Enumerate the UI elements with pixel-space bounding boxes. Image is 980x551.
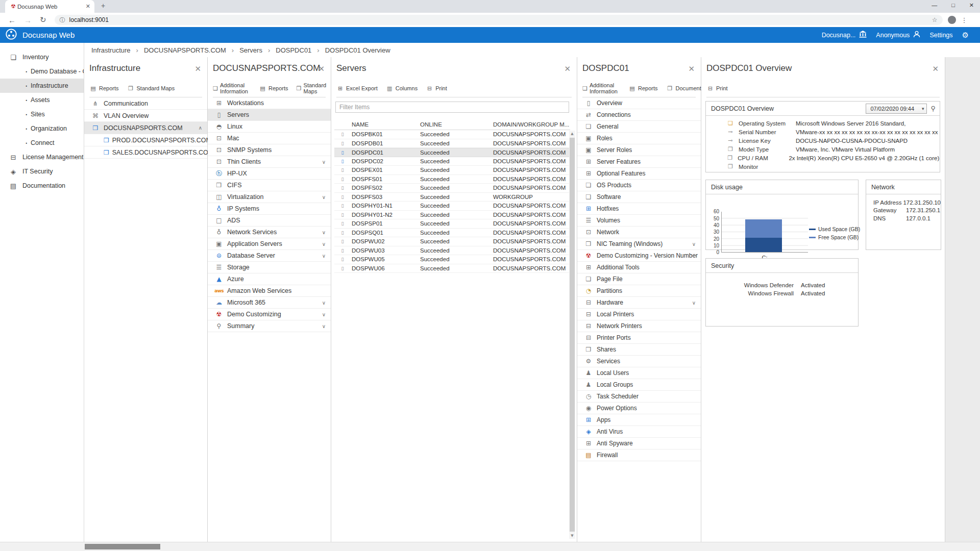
chevron-down-icon[interactable]: ∨ — [322, 312, 326, 317]
list-item-overview[interactable]: ▯ Overview — [577, 97, 701, 109]
print-button[interactable]: ⊟ Print — [706, 85, 728, 92]
breadcrumb-item[interactable]: Servers — [226, 46, 262, 54]
list-item-demo-customizing-version-number[interactable]: ☢ Demo Customizing - Version Number — [577, 250, 701, 262]
scrollbar-thumb[interactable] — [570, 138, 575, 532]
chevron-down-icon[interactable]: ∨ — [692, 300, 696, 306]
list-item-virtualization[interactable]: ◫ Virtualization ∨ — [208, 191, 331, 203]
browser-profile-avatar[interactable] — [948, 16, 956, 24]
additional-information-button[interactable]: ❏ Additional Information — [582, 82, 620, 94]
breadcrumb-item[interactable]: DOSPDC01 Overview — [311, 46, 390, 54]
list-item-snmp-systems[interactable]: ⊡ SNMP Systems — [208, 144, 331, 156]
list-item-printer-ports[interactable]: ⊟ Printer Ports — [577, 332, 701, 344]
list-item-linux[interactable]: ◓ Linux — [208, 121, 331, 133]
sidebar-item-infrastructure[interactable]: Infrastructure — [0, 79, 84, 93]
list-item-general[interactable]: ❏ General — [577, 121, 701, 133]
table-column-header[interactable]: DOMAIN/WORKGROUP M... — [489, 121, 570, 128]
reports-button[interactable]: ▤ Reports — [89, 85, 119, 92]
table-row[interactable]: ▯ DOSPSQ01 Succeeded DOCUSNAPSPORTS.COM — [334, 229, 570, 238]
tree-item-communication[interactable]: ⋔ Communication — [84, 97, 207, 110]
list-item-page-file[interactable]: ❏ Page File — [577, 273, 701, 285]
list-item-network-printers[interactable]: ⊟ Network Printers — [577, 320, 701, 332]
scroll-up-icon[interactable]: ▲ — [569, 132, 575, 136]
list-item-workstations[interactable]: ⊞ Workstations — [208, 97, 331, 109]
list-item-apps[interactable]: ⊞ Apps — [577, 414, 701, 426]
list-item-application-servers[interactable]: ▣ Application Servers ∨ — [208, 238, 331, 250]
sidebar-item-documentation[interactable]: ▤ Documentation — [0, 179, 84, 193]
chevron-down-icon[interactable]: ∨ — [322, 300, 326, 306]
chevron-down-icon[interactable]: ∨ — [322, 194, 326, 200]
chevron-down-icon[interactable]: ∨ — [322, 323, 326, 329]
sidebar-item-demo-database-changelog[interactable]: Demo Database - Changelog — [0, 64, 84, 79]
list-item-roles[interactable]: ▣ Roles — [577, 133, 701, 144]
close-icon[interactable]: ✕ — [194, 64, 201, 73]
list-item-ip-systems[interactable]: ♁ IP Systems — [208, 203, 331, 215]
new-tab-button[interactable]: + — [101, 2, 105, 10]
scroll-down-icon[interactable]: ▼ — [569, 534, 575, 538]
sidebar-item-it-security[interactable]: ◈ IT Security — [0, 164, 84, 179]
list-item-network[interactable]: ⊡ Network — [577, 227, 701, 238]
table-row[interactable]: ▯ DOSPHY01-N2 Succeeded DOCUSNAPSPORTS.C… — [334, 211, 570, 220]
list-item-optional-features[interactable]: ⊞ Optional Features — [577, 168, 701, 180]
additional-information-button[interactable]: ❏ Additional Information — [213, 82, 251, 94]
sidebar-item-sites[interactable]: Sites — [0, 107, 84, 121]
table-column-header[interactable]: NAME — [348, 121, 416, 128]
table-row[interactable]: ▯ DOSPSP01 Succeeded DOCUSNAPSPORTS.COM — [334, 219, 570, 229]
table-row[interactable]: ▯ DOSPDC02 Succeeded DOCUSNAPSPORTS.COM — [334, 157, 570, 166]
sidebar-item-organization[interactable]: Organization — [0, 121, 84, 136]
list-item-additional-tools[interactable]: ⊞ Additional Tools — [577, 262, 701, 273]
list-item-local-printers[interactable]: ⊟ Local Printers — [577, 309, 701, 320]
settings-menu[interactable]: Settings — [929, 32, 952, 39]
close-icon[interactable]: ✕ — [932, 64, 939, 73]
list-item-database-server[interactable]: ⊜ Database Server ∨ — [208, 250, 331, 262]
excel-export-button[interactable]: ⊞ Excel Export — [336, 85, 378, 92]
chevron-down-icon[interactable]: ∨ — [322, 159, 326, 165]
table-row[interactable]: ▯ DOSPDC01 Succeeded DOCUSNAPSPORTS.COM — [334, 148, 570, 157]
url-bar[interactable]: ⓘ localhost:9001 ☆ — [55, 15, 943, 25]
breadcrumb-item[interactable]: DOSPDC01 — [262, 46, 311, 54]
columns-button[interactable]: ▥ Columns — [386, 85, 418, 92]
user-menu[interactable]: Anonymous — [876, 31, 920, 39]
tree-item-vlan-overview[interactable]: ⌘ VLAN Overview — [84, 110, 207, 122]
list-item-demo-customizing[interactable]: ☢ Demo Customizing ∨ — [208, 309, 331, 320]
gear-icon[interactable]: ⚙ — [962, 31, 969, 40]
list-item-firewall[interactable]: ▤ Firewall — [577, 449, 701, 461]
close-icon[interactable]: ✕ — [318, 64, 325, 73]
list-item-services[interactable]: ⚙ Services — [577, 356, 701, 367]
list-item-network-services[interactable]: ♁ Network Services ∨ — [208, 227, 331, 238]
list-item-anti-spyware[interactable]: ⊞ Anti Spyware — [577, 438, 701, 449]
list-item-power-options[interactable]: ◉ Power Options — [577, 403, 701, 414]
chevron-down-icon[interactable]: ∨ — [322, 241, 326, 247]
list-item-local-users[interactable]: ♟ Local Users — [577, 367, 701, 379]
reports-button[interactable]: ▤ Reports — [259, 85, 288, 92]
list-item-ads[interactable]: □ ADS — [208, 215, 331, 227]
chevron-down-icon[interactable]: ∨ — [322, 253, 326, 259]
window-close-button[interactable]: ✕ — [969, 2, 974, 9]
table-row[interactable]: ▯ DOSPDB01 Succeeded DOCUSNAPSPORTS.COM — [334, 139, 570, 148]
list-item-storage[interactable]: ☰ Storage — [208, 262, 331, 273]
tab-close-icon[interactable]: ✕ — [86, 3, 90, 10]
list-item-servers[interactable]: ▯ Servers — [208, 109, 331, 121]
chevron-down-icon[interactable]: ∨ — [322, 230, 326, 235]
forward-icon[interactable]: → — [24, 16, 32, 24]
tree-item-prod-docusnapsports[interactable]: ❒ PROD.DOCUSNAPSPORTS.COM — [84, 134, 207, 146]
table-row[interactable]: ▯ DOSPFS03 Succeeded WORKGROUP — [334, 193, 570, 202]
breadcrumb-item[interactable]: Infrastructure — [91, 46, 131, 54]
standard-maps-button[interactable]: ❐ Standard Maps — [297, 82, 329, 94]
table-row[interactable]: ▯ DOSPBK01 Succeeded DOCUSNAPSPORTS.COM — [334, 130, 570, 139]
list-item-anti-virus[interactable]: ◈ Anti Virus — [577, 426, 701, 438]
report-preview-icon[interactable]: ⚲ — [930, 105, 936, 112]
table-row[interactable]: ▯ DOSPHY01-N1 Succeeded DOCUSNAPSPORTS.C… — [334, 202, 570, 211]
browser-tab[interactable]: ☢ Docusnap Web ✕ — [5, 0, 94, 13]
table-row[interactable]: ▯ DOSPWU06 Succeeded DOCUSNAPSPORTS.COM — [334, 264, 570, 273]
table-column-header[interactable]: ONLINE — [416, 121, 489, 128]
table-row[interactable]: ▯ DOSPWU03 Succeeded DOCUSNAPSPORTS.COM — [334, 246, 570, 256]
sidebar-item-connect[interactable]: Connect — [0, 136, 84, 150]
close-icon[interactable]: ✕ — [564, 64, 571, 73]
list-item-os-products[interactable]: ❏ OS Products — [577, 180, 701, 191]
list-item-azure[interactable]: ▲ Azure — [208, 273, 331, 285]
list-item-partitions[interactable]: ◔ Partitions — [577, 285, 701, 297]
close-icon[interactable]: ✕ — [688, 64, 695, 73]
chevron-down-icon[interactable]: ∨ — [692, 241, 696, 247]
list-item-connections[interactable]: ⇄ Connections — [577, 109, 701, 121]
reload-icon[interactable]: ↻ — [40, 15, 46, 24]
